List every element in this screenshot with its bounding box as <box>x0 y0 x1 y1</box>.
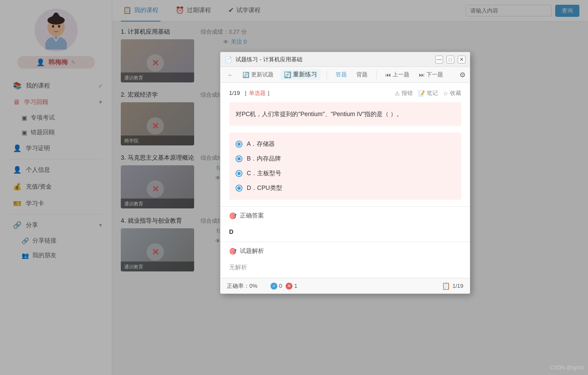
document-page-icon: 📋 <box>442 282 450 290</box>
note-label: 笔记 <box>427 89 438 97</box>
option-a-label: A．存储器 <box>247 140 275 148</box>
settings-button[interactable]: ⚙ <box>459 71 465 79</box>
redo-button-group[interactable]: 🔄 重新练习 <box>280 69 321 80</box>
analysis-header[interactable]: 🎯 试题解析 <box>220 242 470 260</box>
analysis-header-label: 试题解析 <box>240 247 264 255</box>
option-c[interactable]: C．主板型号 <box>236 166 455 181</box>
modal-titlebar: 📄 试题练习 - 计算机应用基础 — □ ✕ <box>220 52 470 67</box>
note-icon: 📝 <box>418 90 425 97</box>
modal-title: 试题练习 - 计算机应用基础 <box>236 56 432 63</box>
maximize-button[interactable]: □ <box>447 56 454 63</box>
answer-content: D <box>220 225 470 242</box>
option-b-label: B．内存品牌 <box>247 155 281 163</box>
modal-controls: — □ ✕ <box>435 56 465 63</box>
answer-tab[interactable]: 答题 <box>333 69 349 80</box>
close-button[interactable]: ✕ <box>458 56 465 63</box>
options-container: A．存储器 B．内存品牌 C．主板型号 D．CPU类型 <box>229 132 461 200</box>
target-icon: 🎯 <box>229 212 236 219</box>
report-button[interactable]: ⚠ 报错 <box>395 89 413 97</box>
page-number: 1/19 <box>453 283 463 289</box>
wrong-count: ✕ 1 <box>286 283 297 290</box>
analysis-section: 🎯 试题解析 无解析 <box>220 242 470 278</box>
collect-label: 收藏 <box>450 89 461 97</box>
wrong-circle-icon: ✕ <box>286 283 292 290</box>
option-radio-c[interactable] <box>236 170 242 177</box>
answer-section: 🎯 正确答案 D <box>220 206 470 242</box>
report-icon: ⚠ <box>395 90 400 97</box>
separator <box>327 70 327 79</box>
watermark: CSDN @rgrhd <box>550 365 584 371</box>
minimize-button[interactable]: — <box>435 56 443 63</box>
prev-icon: ⏮ <box>385 72 391 78</box>
back-arrow-icon: ← <box>227 72 233 78</box>
redo-icon: 🔄 <box>284 71 291 78</box>
back-button[interactable]: ← <box>225 70 236 79</box>
prev-label: 上一题 <box>393 71 409 79</box>
question-text: 对PC机，人们常提到的"Pentium"、"Pentium IV"指的是（ ）。 <box>229 102 461 126</box>
option-b[interactable]: B．内存品牌 <box>236 151 455 166</box>
refresh-icon: 🔄 <box>242 72 249 78</box>
wrong-number: 1 <box>294 283 297 289</box>
radio-inner <box>237 157 241 161</box>
modal-footer: 正确率：0% ✓ 0 ✕ 1 📋 1/19 <box>220 278 470 293</box>
option-c-label: C．主板型号 <box>247 170 281 177</box>
collect-button[interactable]: ☆ 收藏 <box>443 89 461 97</box>
option-d[interactable]: D．CPU类型 <box>236 181 455 195</box>
accuracy-stat: 正确率：0% <box>227 282 258 290</box>
next-button[interactable]: ⏭ 下一题 <box>416 69 446 80</box>
question-area: 1/19 ［ 单选题 ］ ⚠ 报错 📝 笔记 ☆ 收藏 对 <box>220 83 470 206</box>
separator <box>376 70 377 79</box>
refresh-label: 更新试题 <box>251 71 274 79</box>
option-a[interactable]: A．存储器 <box>236 137 455 151</box>
correct-circle-icon: ✓ <box>270 283 277 290</box>
note-button[interactable]: 📝 笔记 <box>418 89 438 97</box>
refresh-button[interactable]: 🔄 更新试题 <box>240 69 276 80</box>
question-number: 1/19 ［ 单选题 ］ <box>229 89 273 97</box>
analysis-content: 无解析 <box>220 260 470 278</box>
redo-label: 重新练习 <box>293 71 317 79</box>
radio-inner <box>237 142 241 146</box>
option-radio-a[interactable] <box>236 141 242 148</box>
option-radio-b[interactable] <box>236 155 242 162</box>
star-icon: ☆ <box>443 90 448 97</box>
question-actions: ⚠ 报错 📝 笔记 ☆ 收藏 <box>395 89 461 97</box>
next-label: 下一题 <box>426 71 443 79</box>
answer-label: 答题 <box>336 71 347 79</box>
question-type: 单选题 <box>249 90 266 96</box>
correct-number: 0 <box>279 283 282 289</box>
footer-page: 📋 1/19 <box>442 282 463 290</box>
radio-inner <box>237 186 241 190</box>
question-header: 1/19 ［ 单选题 ］ ⚠ 报错 📝 笔记 ☆ 收藏 <box>229 89 461 97</box>
background-tab[interactable]: 背题 <box>354 69 370 80</box>
answer-header-label: 正确答案 <box>240 212 264 220</box>
option-radio-d[interactable] <box>236 185 242 192</box>
document-icon: 📄 <box>225 56 232 63</box>
analysis-icon: 🎯 <box>229 248 236 255</box>
quiz-modal: 📄 试题练习 - 计算机应用基础 — □ ✕ ← 🔄 更新试题 🔄 重新练习 答… <box>220 52 470 294</box>
accuracy-label: 正确率：0% <box>227 282 258 290</box>
answer-header[interactable]: 🎯 正确答案 <box>220 207 470 225</box>
option-d-label: D．CPU类型 <box>247 184 282 192</box>
next-icon: ⏭ <box>419 72 424 78</box>
modal-toolbar: ← 🔄 更新试题 🔄 重新练习 答题 背题 ⏮ 上一题 ⏭ 下一题 ⚙ <box>220 67 470 83</box>
background-label: 背题 <box>356 71 368 79</box>
radio-inner <box>237 172 241 175</box>
prev-button[interactable]: ⏮ 上一题 <box>383 69 412 80</box>
report-label: 报错 <box>402 89 413 97</box>
correct-count: ✓ 0 <box>270 283 282 290</box>
